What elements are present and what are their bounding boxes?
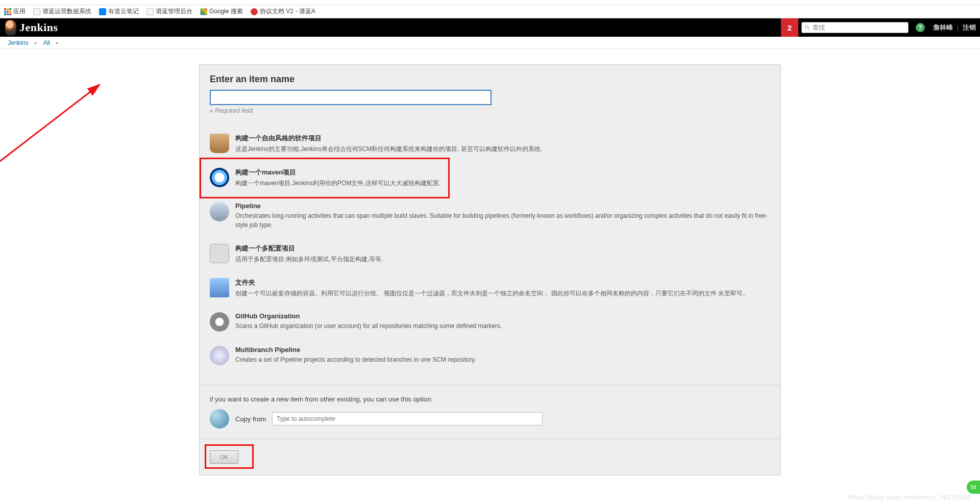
- copy-intro-text: if you want to create a new item from ot…: [210, 395, 770, 403]
- item-type-desc: 构建一个maven项目.Jenkins利用你的POM文件,这样可以大大减轻构建配…: [235, 179, 770, 188]
- bookmark-favicon: [33, 8, 40, 15]
- item-type-title: 构建一个maven项目: [235, 168, 770, 177]
- apps-grid-icon: [4, 8, 11, 15]
- bookmark-label: 谱蓝管理后台: [156, 7, 192, 16]
- bookmark-item[interactable]: 谱蓝管理后台: [146, 7, 192, 16]
- bookmark-item[interactable]: 协议文档 V2 - 谱蓝A: [251, 7, 315, 16]
- user-link[interactable]: 詹林峰: [929, 23, 957, 32]
- page-title: Enter an item name: [200, 74, 780, 90]
- item-type-desc: 创建一个可以嵌套存储的容器。利用它可以进行分组。 视图仅仅是一个过滤器，而文件夹…: [235, 289, 770, 298]
- bookmark-favicon: [200, 8, 207, 15]
- copy-sphere-icon: [210, 409, 229, 429]
- item-type-option[interactable]: GitHub Organization Scans a GitHub organ…: [210, 307, 770, 341]
- item-name-input[interactable]: [210, 90, 492, 105]
- search-box[interactable]: [801, 22, 909, 33]
- bottom-bar: OK: [200, 439, 780, 475]
- item-type-icon: [210, 346, 229, 365]
- svg-line-1: [808, 29, 810, 30]
- notification-badge[interactable]: 2: [781, 18, 798, 37]
- jenkins-mascot-icon: [5, 20, 16, 35]
- breadcrumb-jenkins[interactable]: Jenkins: [8, 39, 29, 46]
- bookmark-favicon: [146, 8, 154, 15]
- jenkins-wordmark: Jenkins: [19, 21, 58, 34]
- item-type-option[interactable]: 文件夹 创建一个可以嵌套存储的容器。利用它可以进行分组。 视图仅仅是一个过滤器，…: [210, 273, 770, 307]
- copy-from-input[interactable]: [272, 412, 543, 425]
- item-type-desc: Creates a set of Pipeline projects accor…: [235, 355, 770, 364]
- item-type-icon: [210, 168, 229, 187]
- item-type-title: Multibranch Pipeline: [235, 346, 770, 354]
- item-type-title: 构建一个多配置项目: [235, 244, 770, 253]
- required-field-note: » Required field: [200, 107, 780, 114]
- browser-chrome-top: [0, 0, 980, 5]
- logout-link[interactable]: 注销: [959, 23, 980, 32]
- bookmark-item[interactable]: 有道云笔记: [99, 7, 139, 16]
- bookmarks-bar: 应用 谱蓝运营数据系统有道云笔记谱蓝管理后台Google 搜索协议文档 V2 -…: [0, 5, 980, 18]
- search-input[interactable]: [813, 24, 905, 31]
- breadcrumb: Jenkins ▸ All ▸: [0, 37, 980, 49]
- item-type-option[interactable]: Pipeline Orchestrates long-running activ…: [210, 197, 770, 239]
- bookmark-item[interactable]: 谱蓝运营数据系统: [33, 7, 91, 16]
- search-icon: [804, 24, 811, 31]
- item-type-option[interactable]: 构建一个自由风格的软件项目 这是Jenkins的主要功能.Jenkins将会结合…: [210, 129, 770, 163]
- item-type-desc: Orchestrates long-running activities tha…: [235, 211, 770, 230]
- item-type-option[interactable]: 构建一个多配置项目 适用于多配置项目,例如多环境测试,平台指定构建,等等.: [210, 239, 770, 273]
- new-item-panel: Enter an item name » Required field 构建一个…: [199, 64, 781, 475]
- bookmark-item[interactable]: Google 搜索: [200, 7, 243, 16]
- item-type-title: 构建一个自由风格的软件项目: [235, 134, 770, 143]
- item-type-desc: 适用于多配置项目,例如多环境测试,平台指定构建,等等.: [235, 255, 770, 264]
- bookmark-favicon: [251, 8, 258, 15]
- apps-button[interactable]: 应用: [4, 7, 26, 16]
- chevron-right-icon: ▸: [56, 40, 59, 45]
- item-type-option[interactable]: 构建一个maven项目 构建一个maven项目.Jenkins利用你的POM文件…: [210, 163, 770, 197]
- chevron-right-icon: ▸: [35, 40, 37, 45]
- svg-line-2: [0, 85, 100, 161]
- item-type-icon: [210, 244, 229, 263]
- bookmark-label: 谱蓝运营数据系统: [42, 7, 91, 16]
- copy-from-section: if you want to create a new item from ot…: [200, 385, 780, 439]
- item-type-title: 文件夹: [235, 278, 770, 287]
- bookmark-favicon: [99, 8, 106, 15]
- item-type-icon: [210, 134, 229, 153]
- copy-from-label: Copy from: [235, 415, 266, 423]
- annotation-arrow: [0, 59, 117, 171]
- bookmark-label: 协议文档 V2 - 谱蓝A: [260, 7, 315, 16]
- help-icon[interactable]: ?: [916, 23, 925, 32]
- apps-label: 应用: [13, 7, 26, 16]
- item-type-icon: [210, 202, 229, 221]
- item-type-desc: Scans a GitHub organization (or user acc…: [235, 321, 770, 331]
- svg-point-0: [805, 26, 808, 29]
- item-type-option[interactable]: Multibranch Pipeline Creates a set of Pi…: [210, 341, 770, 374]
- item-type-title: Pipeline: [235, 202, 770, 210]
- item-type-desc: 这是Jenkins的主要功能.Jenkins将会结合任何SCM和任何构建系统来构…: [235, 144, 770, 154]
- item-type-icon: [210, 278, 229, 297]
- ok-button[interactable]: OK: [210, 450, 238, 464]
- breadcrumb-all[interactable]: All: [43, 39, 50, 46]
- item-type-title: GitHub Organization: [235, 312, 770, 320]
- bookmark-label: 有道云笔记: [108, 7, 139, 16]
- bookmark-label: Google 搜索: [209, 7, 243, 16]
- jenkins-logo[interactable]: Jenkins: [5, 20, 58, 35]
- item-type-icon: [210, 312, 229, 332]
- jenkins-header: Jenkins 2 ? 詹林峰 | 注销: [0, 18, 980, 37]
